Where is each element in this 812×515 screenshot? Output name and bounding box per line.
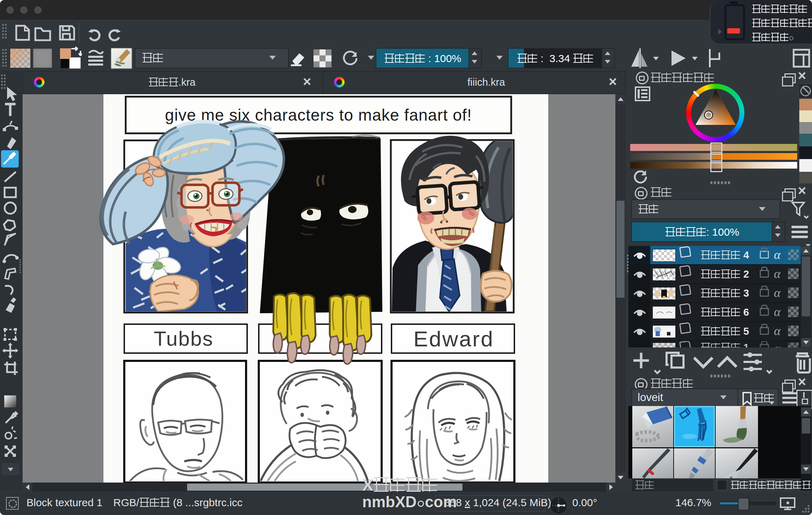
svg-text:Edward: Edward — [413, 327, 494, 351]
svg-text:Tubbs: Tubbs — [154, 327, 213, 350]
